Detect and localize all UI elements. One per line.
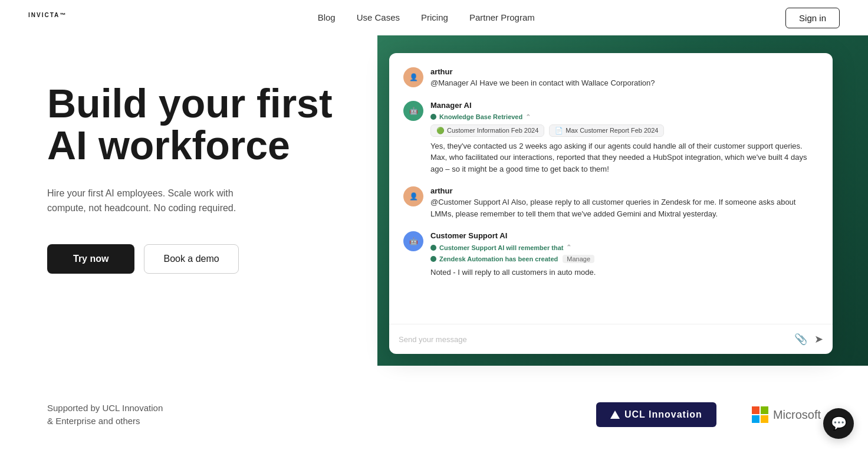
msg-sender-1: arthur (430, 67, 818, 76)
msg-tags-4b: Zendesk Automation has been created Mana… (430, 255, 818, 263)
avatar-manager-ai: 🤖 (403, 101, 423, 121)
msg-file-tags-2: 🟢 Customer Information Feb 2024 📄 Max Cu… (430, 124, 818, 137)
hero-left: Build your first AI workforce Hire your … (0, 35, 342, 309)
ms-square-blue (752, 415, 760, 423)
msg-sender-2: Manager AI (430, 101, 818, 110)
chat-message-4: 🤖 Customer Support AI Customer Support A… (403, 231, 818, 278)
footer-logos: UCL Innovation Microsoft (596, 402, 821, 427)
nav-pricing[interactable]: Pricing (421, 12, 448, 22)
tag-max-report: 📄 Max Customer Report Feb 2024 (549, 124, 664, 137)
msg-content-1: arthur @Manager AI Have we been in conta… (430, 67, 818, 89)
ms-square-green (761, 406, 768, 414)
chat-input-area: 📎 ➤ (389, 324, 833, 354)
msg-content-2: Manager AI Knowledge Base Retrieved ⌃ 🟢 (430, 101, 818, 175)
avatar-arthur-1: 👤 (403, 67, 423, 87)
tag-customer-info: 🟢 Customer Information Feb 2024 (430, 124, 544, 137)
msg-sender-4: Customer Support AI (430, 231, 818, 240)
ms-label: Microsoft (773, 408, 821, 422)
green-dot-1 (430, 114, 436, 120)
hero-right: 👤 arthur @Manager AI Have we been in con… (342, 35, 868, 366)
status-retrieved: Knowledge Base Retrieved ⌃ (430, 113, 531, 121)
microsoft-logo: Microsoft (752, 406, 821, 423)
msg-text-4: Noted - I will reply to all customers in… (430, 267, 818, 278)
msg-tags-4a: Customer Support AI will remember that ⌃ (430, 244, 818, 251)
nav-use-cases[interactable]: Use Cases (357, 12, 400, 22)
hero-subtitle: Hire your first AI employees. Scale work… (47, 186, 271, 216)
hero-title: Build your first AI workforce (47, 83, 342, 167)
chat-input[interactable] (399, 335, 787, 344)
msg-content-3: arthur @Customer Support AI Also, please… (430, 186, 818, 219)
manage-tag[interactable]: Manage (563, 255, 594, 263)
navbar: INVICTA™ Blog Use Cases Pricing Partner … (0, 0, 868, 35)
hero-buttons: Try now Book a demo (47, 244, 342, 274)
main-wrapper: Build your first AI workforce Hire your … (0, 35, 868, 376)
chat-message-3: 👤 arthur @Customer Support AI Also, plea… (403, 186, 818, 219)
attach-icon[interactable]: 📎 (794, 333, 807, 346)
msg-content-4: Customer Support AI Customer Support AI … (430, 231, 818, 278)
try-now-button[interactable]: Try now (47, 244, 134, 274)
msg-text-2: Yes, they've contacted us 2 weeks ago as… (430, 140, 818, 175)
ms-square-red (752, 406, 760, 414)
ucl-logo: UCL Innovation (596, 402, 716, 427)
avatar-arthur-2: 👤 (403, 186, 423, 206)
msg-sender-3: arthur (430, 186, 818, 195)
sign-in-button[interactable]: Sign in (785, 8, 840, 28)
nav-blog[interactable]: Blog (318, 12, 336, 22)
logo: INVICTA™ (28, 10, 67, 25)
msg-text-3: @Customer Support AI Also, please reply … (430, 196, 818, 219)
chat-message-1: 👤 arthur @Manager AI Have we been in con… (403, 67, 818, 89)
chat-window: 👤 arthur @Manager AI Have we been in con… (389, 53, 833, 354)
green-dot-2 (430, 245, 436, 251)
ucl-triangle-icon (610, 411, 620, 419)
status-remember: Customer Support AI will remember that ⌃ (430, 244, 571, 251)
msg-tags-2: Knowledge Base Retrieved ⌃ (430, 113, 818, 121)
book-demo-button[interactable]: Book a demo (144, 244, 238, 274)
footer-support-text: Supported by UCL Innovation & Enterprise… (47, 402, 165, 428)
footer-bar: Supported by UCL Innovation & Enterprise… (0, 376, 868, 453)
chat-fab-icon: 💬 (831, 416, 847, 431)
chat-message-2: 🤖 Manager AI Knowledge Base Retrieved ⌃ (403, 101, 818, 175)
ms-square-yellow (761, 415, 768, 423)
nav-partner-program[interactable]: Partner Program (469, 12, 535, 22)
ms-grid-icon (752, 406, 768, 423)
nav-links: Blog Use Cases Pricing Partner Program (318, 12, 535, 23)
msg-text-1: @Manager AI Have we been in contact with… (430, 77, 818, 89)
send-icon[interactable]: ➤ (814, 333, 823, 346)
status-zendesk: Zendesk Automation has been created (430, 255, 558, 262)
chat-messages: 👤 arthur @Manager AI Have we been in con… (389, 53, 833, 324)
green-dot-3 (430, 256, 436, 262)
avatar-support-ai: 🤖 (403, 231, 423, 251)
chat-fab-button[interactable]: 💬 (823, 408, 854, 439)
